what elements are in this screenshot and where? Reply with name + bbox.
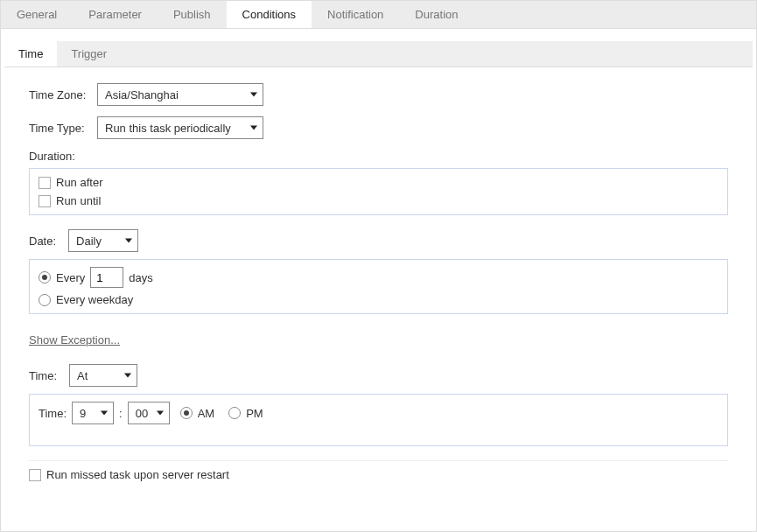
label-date: Date:: [29, 234, 61, 248]
radio-every-days[interactable]: [39, 271, 51, 284]
checkbox-run-missed[interactable]: [29, 469, 41, 481]
dropdown-arrow-icon: [250, 126, 257, 130]
tab-notification[interactable]: Notification: [312, 1, 399, 28]
tab-general[interactable]: General: [1, 1, 73, 28]
link-show-exception[interactable]: Show Exception...: [29, 333, 120, 346]
time-box: Time: 9 : 00 AM PM: [29, 394, 728, 446]
select-time-mode-value: At: [77, 369, 88, 382]
label-every-prefix: Every: [56, 271, 85, 284]
sub-tab-time[interactable]: Time: [4, 41, 57, 66]
radio-every-weekday[interactable]: [39, 294, 51, 306]
label-duration: Duration:: [29, 150, 728, 163]
select-time-mode[interactable]: At: [69, 364, 137, 387]
label-every-weekday: Every weekday: [56, 293, 133, 306]
time-colon: :: [119, 407, 123, 420]
tab-duration[interactable]: Duration: [399, 1, 473, 28]
dropdown-arrow-icon: [157, 411, 164, 416]
select-date-mode[interactable]: Daily: [68, 229, 138, 252]
select-minute[interactable]: 00: [128, 402, 170, 424]
duration-box: Run after Run until: [29, 168, 728, 215]
main-tabs: General Parameter Publish Conditions Not…: [1, 1, 756, 29]
dropdown-arrow-icon: [124, 374, 131, 378]
select-time-zone-value: Asia/Shanghai: [105, 88, 179, 102]
label-time: Time:: [29, 369, 62, 382]
select-time-type[interactable]: Run this task periodically: [97, 116, 263, 139]
label-run-until: Run until: [56, 194, 101, 207]
tab-parameter[interactable]: Parameter: [73, 1, 158, 28]
divider: [29, 460, 728, 461]
label-pm: PM: [246, 407, 263, 420]
dropdown-arrow-icon: [101, 411, 108, 416]
tab-publish[interactable]: Publish: [158, 1, 227, 28]
tab-conditions[interactable]: Conditions: [227, 1, 312, 28]
label-am: AM: [198, 407, 215, 420]
sub-tabs: Time Trigger: [4, 41, 753, 67]
select-time-zone[interactable]: Asia/Shanghai: [97, 83, 263, 106]
label-time-inner: Time:: [39, 407, 67, 420]
label-every-suffix: days: [129, 271, 152, 284]
input-every-days[interactable]: [90, 267, 123, 288]
date-box: Every days Every weekday: [29, 259, 728, 314]
label-time-type: Time Type:: [29, 122, 97, 135]
radio-am[interactable]: [180, 407, 193, 419]
dropdown-arrow-icon: [125, 239, 132, 243]
select-date-mode-value: Daily: [76, 234, 102, 248]
label-run-after: Run after: [56, 176, 102, 189]
sub-tab-trigger[interactable]: Trigger: [57, 41, 121, 66]
checkbox-run-until[interactable]: [39, 195, 51, 207]
select-hour[interactable]: 9: [72, 402, 114, 424]
select-minute-value: 00: [136, 407, 148, 420]
checkbox-run-after[interactable]: [39, 177, 51, 189]
select-time-type-value: Run this task periodically: [105, 122, 231, 135]
label-time-zone: Time Zone:: [29, 88, 97, 102]
select-hour-value: 9: [80, 407, 86, 420]
radio-pm[interactable]: [228, 407, 241, 419]
dropdown-arrow-icon: [250, 93, 257, 97]
label-run-missed: Run missed task upon server restart: [46, 468, 229, 481]
